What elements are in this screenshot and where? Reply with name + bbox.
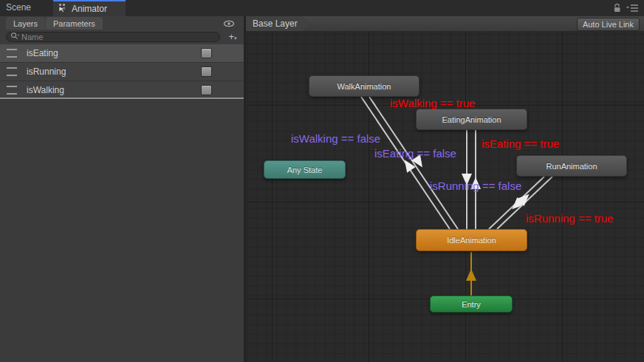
state-node-walkanimation[interactable]: WalkAnimation — [309, 75, 419, 97]
parameter-list-separator — [0, 98, 244, 99]
state-node-eatinganimation[interactable]: EatingAnimation — [416, 109, 527, 130]
drag-handle-icon[interactable] — [7, 67, 17, 76]
tab-layers[interactable]: Layers — [6, 17, 45, 30]
state-node-entry[interactable]: Entry — [430, 296, 513, 313]
state-node-idleanimation[interactable]: IdleAnimation — [416, 229, 527, 251]
lock-icon[interactable] — [613, 2, 621, 16]
parameter-checkbox[interactable] — [201, 66, 212, 77]
parameter-name: isRunning — [27, 66, 201, 77]
parameter-list: isEatingisRunningisWalking — [0, 44, 244, 100]
tab-scene[interactable]: Scene — [6, 2, 31, 13]
parameter-checkbox[interactable] — [201, 85, 212, 95]
search-row: Name +▾ — [0, 30, 244, 45]
search-placeholder: Name — [21, 33, 43, 41]
drag-handle-icon[interactable] — [7, 49, 17, 58]
animator-icon — [58, 2, 68, 16]
parameter-row-isRunning[interactable]: isRunning — [0, 63, 244, 81]
parameter-checkbox[interactable] — [201, 48, 212, 58]
drag-handle-icon[interactable] — [7, 86, 17, 95]
parameter-row-isEating[interactable]: isEating — [0, 44, 244, 63]
breadcrumb-label: Base Layer — [253, 18, 298, 29]
tab-animator-label: Animator — [72, 4, 107, 14]
state-node-any-state[interactable]: Any State — [264, 160, 346, 179]
tab-animator[interactable]: Animator — [53, 0, 126, 16]
state-node-runanimation[interactable]: RunAnimation — [516, 155, 627, 177]
window-tab-bar: Scene Animator — [0, 0, 644, 17]
left-panel-toolbar: Layers Parameters — [0, 16, 244, 30]
parameter-name: isEating — [27, 48, 201, 58]
graph-header: Base Layer Auto Live Link — [246, 16, 644, 32]
parameter-name: isWalking — [27, 85, 201, 95]
animator-window: Scene Animator — [0, 0, 644, 362]
add-parameter-button[interactable]: +▾ — [226, 31, 239, 43]
breadcrumb-base-layer[interactable]: Base Layer — [246, 16, 311, 31]
search-input[interactable]: Name — [6, 32, 220, 42]
auto-live-link-button[interactable]: Auto Live Link — [577, 18, 640, 31]
plus-icon: + — [228, 31, 234, 42]
tab-parameters[interactable]: Parameters — [46, 17, 103, 30]
parameters-panel: Layers Parameters Name — [0, 16, 244, 362]
window-menu-icon[interactable] — [626, 2, 638, 16]
caret-down-icon: ▾ — [234, 35, 237, 41]
search-icon — [10, 30, 19, 44]
